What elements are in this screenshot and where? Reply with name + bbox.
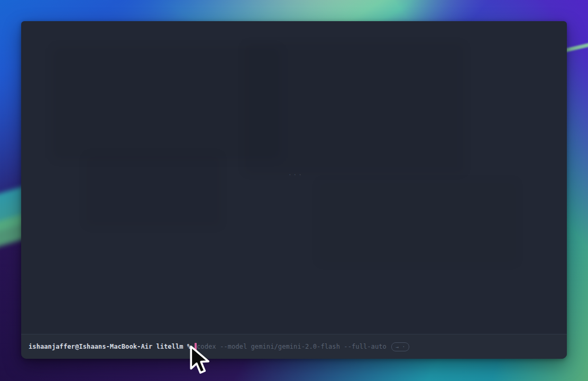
prompt-cwd: litellm	[156, 343, 183, 350]
command-input-line[interactable]: ishaanjaffer@Ishaans-MacBook-Airlitellm%…	[21, 334, 567, 359]
faded-output-artifact	[243, 42, 465, 175]
loading-ellipsis: ···	[288, 171, 304, 178]
accept-suggestion-hint: → ·	[391, 342, 409, 351]
prompt-user-host: ishaanjaffer@Ishaans-MacBook-Air	[29, 343, 152, 350]
terminal-window[interactable]: ··· ishaanjaffer@Ishaans-MacBook-Airlite…	[21, 21, 567, 359]
faded-output-artifact	[85, 153, 222, 228]
autocomplete-suggestion: codex --model gemini/gemini-2.0-flash --…	[197, 343, 387, 350]
faded-output-artifact	[317, 180, 518, 265]
terminal-body[interactable]: ···	[21, 21, 567, 334]
mouse-cursor-icon	[189, 344, 210, 377]
